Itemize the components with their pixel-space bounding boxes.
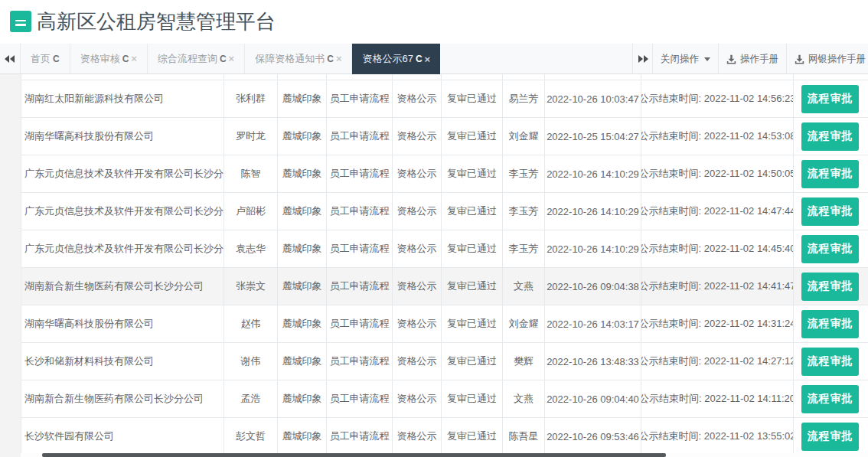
refresh-icon[interactable]: C: [53, 54, 60, 64]
cell-company: 湖南新合新生物医药有限公司长沙分公司: [21, 268, 224, 305]
cell-publicity-end-time: 公示结束时间: 2022-11-02 14:56:23: [641, 80, 794, 118]
close-icon[interactable]: ×: [229, 54, 235, 64]
cell-company: 湖南新合新生物医药有限公司长沙分公司: [21, 380, 224, 418]
cell-node: 资格公示: [393, 380, 442, 418]
cell-company: 广东元贞信息技术及软件开发有限公司长沙分公司: [21, 155, 224, 193]
table-row[interactable]: 广东元贞信息技术及软件开发有限公司长沙分公司 卢韶彬 麓城印象 员工申请流程 资…: [21, 193, 868, 230]
caret-down-icon: [704, 57, 710, 61]
operation-manual-button[interactable]: 操作手册: [719, 44, 787, 74]
refresh-icon[interactable]: C: [220, 54, 227, 64]
cell-status: 复审已通过: [442, 193, 503, 230]
process-approval-button[interactable]: 流程审批: [801, 310, 859, 338]
tab-home[interactable]: 首页 C: [21, 44, 70, 73]
cell-flow-type: 员工申请流程: [327, 418, 393, 455]
cell-action: 流程审批: [794, 268, 868, 305]
cell-node: 资格公示: [393, 305, 442, 343]
cell-applicant: 彭文哲: [224, 418, 278, 455]
table-row[interactable]: 湖南红太阳新能源科技有限公司 张利群 麓城印象 员工申请流程 资格公示 复审已通…: [21, 80, 868, 118]
cell-node: 资格公示: [393, 118, 442, 155]
table-row[interactable]: 湖南华曙高科技股份有限公司 赵伟 麓城印象 员工申请流程 资格公示 复审已通过 …: [21, 305, 868, 343]
process-approval-button[interactable]: 流程审批: [801, 423, 859, 451]
cell-estate: 麓城印象: [278, 155, 327, 193]
cell-auditor: 刘金耀: [503, 305, 545, 343]
horizontal-scrollbar[interactable]: [21, 453, 868, 457]
cell-publicity-end-time: 公示结束时间: 2022-11-02 14:53:08: [641, 118, 794, 155]
cell-status: 复审已通过: [442, 380, 503, 418]
cell-apply-time: 2022-10-26 09:04:40: [545, 380, 641, 418]
cell-node: 资格公示: [393, 418, 442, 455]
fast-backward-icon: [5, 52, 15, 66]
cell-applicant: 罗时龙: [224, 118, 278, 155]
table-row[interactable]: 广东元贞信息技术及软件开发有限公司长沙分公司 陈智 麓城印象 员工申请流程 资格…: [21, 155, 868, 193]
cell-flow-type: 员工申请流程: [327, 380, 393, 418]
table-body: 湖南红太阳新能源科技有限公司 张利群 麓城印象 员工申请流程 资格公示 复审已通…: [21, 80, 868, 455]
close-icon[interactable]: ×: [425, 54, 431, 64]
cell-company: 湖南华曙高科技股份有限公司: [21, 118, 224, 155]
cell-node: 资格公示: [393, 155, 442, 193]
sidebar-toggle-button[interactable]: [10, 11, 31, 32]
process-approval-button[interactable]: 流程审批: [801, 122, 859, 151]
tabs-scroll-right-button[interactable]: [632, 44, 653, 74]
cell-applicant: 袁志华: [224, 230, 278, 268]
cell-estate: 麓城印象: [278, 305, 327, 343]
table-row[interactable]: 湖南华曙高科技股份有限公司 罗时龙 麓城印象 员工申请流程 资格公示 复审已通过…: [21, 118, 868, 155]
tab-qualification-publicity-active[interactable]: 资格公示67 C ×: [352, 44, 440, 74]
cell-action: 流程审批: [794, 80, 868, 118]
cell-flow-type: 员工申请流程: [327, 118, 393, 155]
cell-flow-type: 员工申请流程: [327, 230, 393, 268]
process-approval-button[interactable]: 流程审批: [801, 348, 859, 376]
cell-action: 流程审批: [794, 305, 868, 343]
cell-action: 流程审批: [794, 193, 868, 230]
cell-auditor: 李玉芳: [503, 193, 545, 230]
cell-estate: 麓城印象: [278, 380, 327, 418]
process-approval-button[interactable]: 流程审批: [801, 197, 859, 226]
close-icon[interactable]: ×: [336, 54, 342, 64]
cell-company: 广东元贞信息技术及软件开发有限公司长沙分公司: [21, 230, 224, 268]
table-row[interactable]: 广东元贞信息技术及软件开发有限公司长沙分公司 袁志华 麓城印象 员工申请流程 资…: [21, 230, 868, 268]
cell-publicity-end-time: 公示结束时间: 2022-11-02 14:45:40: [641, 230, 794, 268]
cell-company: 湖南红太阳新能源科技有限公司: [21, 80, 224, 118]
process-approval-button[interactable]: 流程审批: [801, 85, 859, 113]
cell-status: 复审已通过: [442, 118, 503, 155]
cell-auditor: 易兰芳: [503, 80, 545, 118]
download-icon: [795, 54, 804, 64]
table-row[interactable]: 长沙和储新材料科技有限公司 谢伟 麓城印象 员工申请流程 资格公示 复审已通过 …: [21, 343, 868, 380]
table-row[interactable]: 长沙软件园有限公司 彭文哲 麓城印象 员工申请流程 资格公示 复审已通过 陈吾星…: [21, 418, 868, 455]
cell-apply-time: 2022-10-26 09:53:46: [545, 418, 641, 455]
page-title: 高新区公租房智慧管理平台: [37, 0, 276, 44]
tab-guarantee-notice[interactable]: 保障资格通知书 C ×: [245, 44, 352, 73]
cell-company: 长沙和储新材料科技有限公司: [21, 343, 224, 380]
table-row[interactable]: 湖南新合新生物医药有限公司长沙分公司 孟浩 麓城印象 员工申请流程 资格公示 复…: [21, 380, 868, 418]
tabs-scroll-left-button[interactable]: [0, 44, 21, 73]
cell-apply-time: 2022-10-26 14:10:29: [545, 193, 641, 230]
horizontal-scrollbar-thumb[interactable]: [42, 453, 666, 457]
refresh-icon[interactable]: C: [327, 54, 334, 64]
close-operations-dropdown[interactable]: 关闭操作: [653, 44, 719, 74]
cell-action: 流程审批: [794, 380, 868, 418]
process-approval-button[interactable]: 流程审批: [801, 273, 859, 301]
cell-publicity-end-time: 公示结束时间: 2022-11-02 14:31:24: [641, 305, 794, 343]
online-banking-manual-button[interactable]: 网银操作手册: [787, 44, 868, 74]
process-approval-button[interactable]: 流程审批: [801, 235, 859, 263]
close-icon[interactable]: ×: [131, 54, 137, 64]
refresh-icon[interactable]: C: [122, 54, 129, 64]
table-row[interactable]: 湖南新合新生物医药有限公司长沙分公司 张崇文 麓城印象 员工申请流程 资格公示 …: [21, 268, 868, 305]
download-icon: [726, 54, 736, 64]
cell-company: 广东元贞信息技术及软件开发有限公司长沙分公司: [21, 193, 224, 230]
cell-flow-type: 员工申请流程: [327, 155, 393, 193]
tab-qualification-review[interactable]: 资格审核 C ×: [70, 44, 148, 73]
process-approval-button[interactable]: 流程审批: [801, 160, 859, 188]
cell-flow-type: 员工申请流程: [327, 80, 393, 118]
cell-estate: 麓城印象: [278, 80, 327, 118]
cell-auditor: 李玉芳: [503, 155, 545, 193]
cell-flow-type: 员工申请流程: [327, 305, 393, 343]
cell-publicity-end-time: 公示结束时间: 2022-11-02 14:27:12: [641, 343, 794, 380]
process-approval-button[interactable]: 流程审批: [801, 385, 859, 413]
cell-node: 资格公示: [393, 343, 442, 380]
cell-flow-type: 员工申请流程: [327, 343, 393, 380]
fast-forward-icon: [638, 52, 648, 66]
cell-auditor: 文燕: [503, 268, 545, 305]
tab-process-query[interactable]: 综合流程查询 C ×: [148, 44, 245, 73]
cell-applicant: 张利群: [224, 80, 278, 118]
refresh-icon[interactable]: C: [416, 54, 423, 64]
